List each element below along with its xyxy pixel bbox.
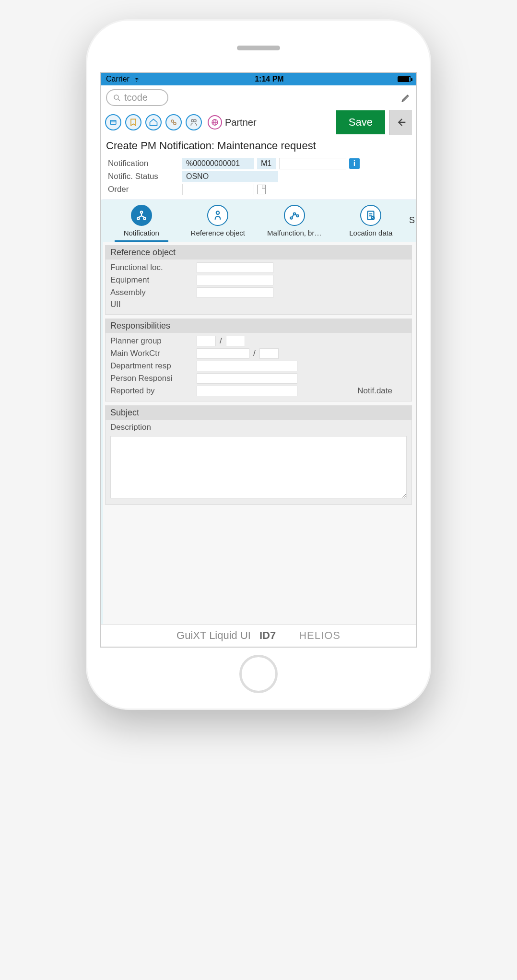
main-workctr-label: Main WorkCtr (110, 349, 197, 358)
description-textarea[interactable] (110, 436, 407, 498)
tab-bar: Notification Reference object Malfunctio… (101, 200, 416, 242)
order-label: Order (108, 185, 182, 194)
uii-label: UII (110, 300, 197, 309)
section-header: Subject (106, 406, 411, 420)
page-title: Create PM Notification: Maintenance requ… (101, 138, 416, 157)
save-button[interactable]: Save (336, 110, 385, 134)
functional-loc-label: Functional loc. (110, 263, 197, 272)
globe-icon (208, 115, 222, 130)
graph-icon (284, 205, 305, 226)
action-btn-1[interactable] (105, 114, 121, 130)
wifi-icon (132, 76, 141, 83)
tab-label: Reference object (181, 229, 256, 237)
pencil-icon[interactable] (400, 93, 411, 103)
svg-line-17 (141, 216, 145, 217)
status-time: 1:14 PM (255, 75, 283, 83)
content-area: Reference object Functional loc. Equipme… (101, 242, 416, 624)
footer-brand1: GuiXT Liquid UI (176, 629, 251, 642)
info-icon[interactable]: i (349, 158, 360, 169)
person-responsi-input[interactable] (197, 373, 297, 384)
footer: GuiXT Liquid UI ID7 HELIOS (101, 624, 416, 647)
equipment-input[interactable] (197, 275, 273, 285)
tab-reference-object[interactable]: Reference object (180, 203, 257, 242)
planner-group-label: Planner group (110, 336, 197, 346)
section-responsibilities: Responsibilities Planner group / Main Wo… (105, 319, 412, 401)
svg-line-23 (295, 214, 296, 215)
main-workctr-input-1[interactable] (197, 348, 249, 359)
tab-malfunction[interactable]: Malfunction, br… (256, 203, 333, 242)
planner-group-input-1[interactable] (197, 336, 216, 346)
status-bar: Carrier 1:14 PM (101, 73, 416, 85)
section-header: Reference object (106, 246, 411, 260)
slash-separator: / (253, 349, 256, 358)
section-subject: Subject Description (105, 405, 412, 505)
action-btn-4[interactable] (165, 114, 182, 130)
action-button-row: Partner Save (101, 109, 416, 138)
reported-by-label: Reported by (110, 386, 197, 396)
document-icon[interactable] (257, 185, 266, 194)
tab-notification[interactable]: Notification (103, 203, 180, 242)
svg-point-14 (143, 217, 145, 219)
person-icon (207, 205, 228, 226)
svg-point-18 (216, 211, 220, 214)
footer-brand3: HELIOS (299, 629, 341, 642)
back-button[interactable] (389, 110, 412, 135)
planner-group-input-2[interactable] (226, 336, 245, 346)
svg-point-8 (194, 119, 196, 122)
person-responsi-label: Person Responsi (110, 374, 197, 383)
svg-line-6 (173, 122, 174, 123)
notif-date-label: Notif.date (357, 386, 392, 396)
svg-point-13 (137, 217, 139, 219)
svg-line-16 (138, 216, 141, 217)
notification-label: Notification (108, 159, 182, 168)
equipment-label: Equipment (110, 275, 197, 285)
status-right (398, 76, 411, 82)
svg-line-1 (118, 99, 120, 101)
search-placeholder: tcode (124, 92, 148, 103)
department-resp-label: Department resp (110, 361, 197, 371)
document-check-icon (360, 205, 381, 226)
status-left: Carrier (106, 75, 141, 83)
phone-frame: Carrier 1:14 PM tcode (86, 19, 431, 710)
department-resp-input[interactable] (197, 361, 297, 371)
notification-type[interactable] (257, 158, 276, 169)
svg-line-22 (292, 214, 294, 217)
toolbar: tcode (101, 85, 416, 109)
section-reference-object: Reference object Functional loc. Equipme… (105, 245, 412, 315)
order-value[interactable] (182, 184, 254, 195)
notification-value[interactable] (182, 158, 254, 169)
carrier-label: Carrier (106, 75, 129, 83)
search-input[interactable]: tcode (106, 89, 168, 106)
tab-label: Location data (334, 229, 409, 237)
section-header: Responsibilities (106, 319, 411, 333)
slash-separator: / (220, 336, 222, 346)
svg-point-0 (114, 95, 118, 99)
notification-text[interactable] (279, 158, 346, 169)
svg-point-12 (141, 211, 142, 213)
action-btn-5[interactable] (186, 114, 202, 130)
functional-loc-input[interactable] (197, 262, 273, 273)
hierarchy-icon (131, 205, 152, 226)
tab-overflow[interactable]: S (409, 203, 416, 242)
action-btn-3[interactable] (145, 114, 162, 130)
tab-label: Malfunction, br… (257, 229, 332, 237)
search-icon (113, 94, 121, 102)
notific-status-value[interactable] (182, 171, 278, 182)
assembly-input[interactable] (197, 287, 273, 298)
assembly-label: Assembly (110, 288, 197, 297)
main-workctr-input-2[interactable] (259, 348, 279, 359)
header-fields: Notification i Notific. Status Order (101, 157, 416, 200)
battery-icon (398, 76, 411, 82)
svg-point-19 (290, 217, 292, 219)
action-btn-2[interactable] (125, 114, 141, 130)
footer-brand2: ID7 (259, 629, 276, 642)
reported-by-input[interactable] (197, 386, 297, 396)
partner-label: Partner (225, 117, 257, 128)
tab-label: Notification (104, 229, 179, 237)
partner-button[interactable]: Partner (208, 115, 257, 130)
tab-location-data[interactable]: Location data (333, 203, 410, 242)
screen: Carrier 1:14 PM tcode (100, 72, 417, 648)
description-label: Description (110, 423, 197, 432)
notific-status-label: Notific. Status (108, 172, 182, 181)
